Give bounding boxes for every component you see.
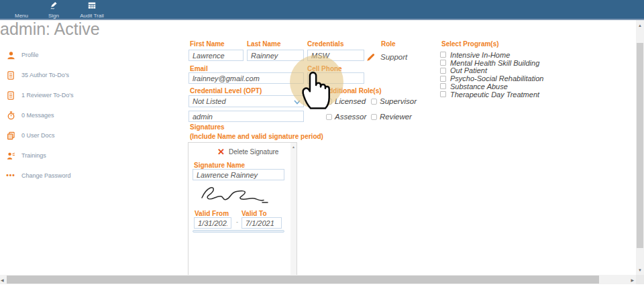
- email-input[interactable]: [189, 72, 304, 84]
- credential-level-select[interactable]: Not Listed: [189, 95, 304, 107]
- email-label: Email: [190, 65, 208, 72]
- signature-image: [198, 182, 273, 209]
- sidebar-item-change-password[interactable]: ••• Change Password: [6, 171, 71, 180]
- checkbox-box[interactable]: [326, 99, 332, 105]
- last-name-label: Last Name: [247, 40, 281, 48]
- menu-label: Menu: [15, 13, 28, 19]
- cell-phone-input[interactable]: [307, 72, 364, 84]
- checkbox-box[interactable]: [371, 114, 377, 120]
- sidebar-item-author-todos[interactable]: 35 Author To-Do's: [6, 70, 69, 80]
- checkbox-reviewer[interactable]: Reviewer: [371, 113, 412, 121]
- checkbox-label: Reviewer: [380, 113, 412, 121]
- valid-from-label: Valid From: [195, 210, 229, 217]
- username-input[interactable]: [189, 111, 304, 122]
- signatures-note: (Include Name and valid signature period…: [190, 133, 323, 140]
- app-window: Menu Sign Audit Trail: [0, 0, 644, 297]
- todo-list-icon: [6, 91, 15, 100]
- role-value: Support: [380, 53, 407, 61]
- credential-level-label: Credential Level (OPT): [190, 87, 262, 95]
- checkbox-box[interactable]: [326, 114, 332, 120]
- program-list: Intensive In-Home Mental Health Skill Bu…: [440, 51, 543, 99]
- signature-panel-scrollbar[interactable]: ▲: [290, 143, 297, 276]
- person-icon: [6, 50, 15, 60]
- checkbox-box[interactable]: [440, 76, 446, 82]
- scrollbar-corner: [636, 275, 644, 284]
- scroll-down-icon[interactable]: ▼: [636, 268, 644, 273]
- scroll-up-icon[interactable]: ▲: [636, 23, 644, 28]
- program-label: Out Patient: [450, 66, 487, 74]
- first-name-label: First Name: [190, 40, 225, 48]
- program-intensive-in-home[interactable]: Intensive In-Home: [440, 51, 543, 59]
- sidebar-item-reviewer-todos[interactable]: 1 Reviewer To-Do's: [6, 91, 74, 100]
- trainer-icon: [6, 151, 15, 160]
- menu-button[interactable]: Menu: [8, 1, 35, 19]
- sidebar-label: 0 User Docs: [21, 132, 55, 139]
- stopwatch-icon: [6, 111, 15, 120]
- checkbox-box[interactable]: [440, 60, 446, 66]
- select-programs-label: Select Program(s): [441, 40, 499, 48]
- checkbox-box[interactable]: [440, 91, 446, 97]
- todo-list-icon: [6, 70, 15, 80]
- vertical-scrollbar[interactable]: ▲ ▼: [636, 20, 644, 276]
- checkbox-box[interactable]: [371, 99, 377, 105]
- program-psycho-social-rehabilitation[interactable]: Psycho-Social Rehabilitation: [440, 74, 543, 82]
- signature-name-label: Signature Name: [194, 162, 245, 169]
- valid-from-input[interactable]: [194, 217, 231, 229]
- sign-button[interactable]: Sign: [40, 1, 67, 19]
- documents-copy-icon: [6, 131, 15, 140]
- program-label: Psycho-Social Rehabilitation: [450, 74, 543, 82]
- checkbox-box[interactable]: [440, 68, 446, 74]
- edit-pencil-icon[interactable]: [366, 52, 375, 64]
- sidebar-item-user-docs[interactable]: 0 User Docs: [6, 131, 55, 140]
- checkbox-label: Licensed: [335, 97, 366, 105]
- credentials-label: Credentials: [307, 40, 343, 48]
- date-range-separator: -: [236, 219, 238, 225]
- scroll-left-icon[interactable]: ◀: [1, 278, 4, 282]
- scroll-right-icon[interactable]: ▶: [631, 278, 634, 282]
- audit-trail-button[interactable]: Audit Trail: [70, 1, 113, 19]
- sidebar-label: Profile: [21, 52, 39, 58]
- audit-trail-table-icon: [87, 1, 97, 10]
- sidebar-item-trainings[interactable]: Trainings: [6, 151, 46, 160]
- program-substance-abuse[interactable]: Substance Abuse: [440, 82, 543, 91]
- checkbox-supervisor[interactable]: Supervisor: [371, 97, 417, 105]
- delete-signature-button[interactable]: ✕ Delete Signature: [217, 147, 278, 156]
- signatures-label: Signatures: [190, 123, 225, 131]
- horizontal-scrollbar-thumb[interactable]: [7, 276, 599, 284]
- checkbox-licensed[interactable]: Licensed: [326, 97, 366, 105]
- sidebar-item-profile[interactable]: Profile: [6, 50, 39, 60]
- signature-name-input[interactable]: [193, 169, 284, 180]
- signature-panel: ▲ ✕ Delete Signature Signature Name Vali…: [188, 142, 297, 276]
- program-mental-health-skill-building[interactable]: Mental Health Skill Building: [440, 59, 543, 67]
- sign-label: Sign: [48, 13, 59, 19]
- program-therapeutic-day-treatment[interactable]: Therapeutic Day Treatment: [440, 91, 543, 99]
- sidebar-item-messages[interactable]: 0 Messages: [6, 111, 54, 120]
- delete-x-icon: ✕: [217, 147, 225, 156]
- additional-roles-label: Additional Role(s): [324, 87, 382, 95]
- program-label: Intensive In-Home: [450, 51, 510, 59]
- program-out-patient[interactable]: Out Patient: [440, 67, 543, 75]
- checkbox-box[interactable]: [440, 83, 446, 89]
- last-name-input[interactable]: [247, 50, 304, 61]
- sidebar-label: 35 Author To-Do's: [21, 72, 69, 78]
- scroll-up-icon[interactable]: ▲: [290, 145, 297, 149]
- role-label: Role: [381, 40, 396, 48]
- checkbox-box[interactable]: [440, 52, 446, 58]
- audit-trail-label: Audit Trail: [80, 13, 104, 19]
- sidebar-label: Trainings: [21, 152, 46, 159]
- vertical-scrollbar-thumb[interactable]: [637, 43, 643, 248]
- sidebar-label: Change Password: [21, 172, 71, 179]
- valid-to-input[interactable]: [241, 217, 282, 229]
- credential-level-value: Not Listed: [193, 97, 226, 105]
- credentials-input[interactable]: [307, 50, 364, 61]
- signature-horizontal-scrollbar[interactable]: [193, 230, 284, 233]
- checkbox-label: Supervisor: [380, 97, 417, 105]
- horizontal-scrollbar[interactable]: ◀ ▶: [0, 275, 636, 284]
- menu-icon: [16, 1, 27, 10]
- sign-pen-icon: [49, 1, 58, 10]
- top-nav-bar: Menu Sign Audit Trail: [0, 0, 644, 20]
- valid-to-label: Valid To: [241, 210, 267, 217]
- checkbox-assessor[interactable]: Assessor: [326, 113, 366, 121]
- program-label: Mental Health Skill Building: [450, 59, 539, 67]
- first-name-input[interactable]: [189, 50, 244, 61]
